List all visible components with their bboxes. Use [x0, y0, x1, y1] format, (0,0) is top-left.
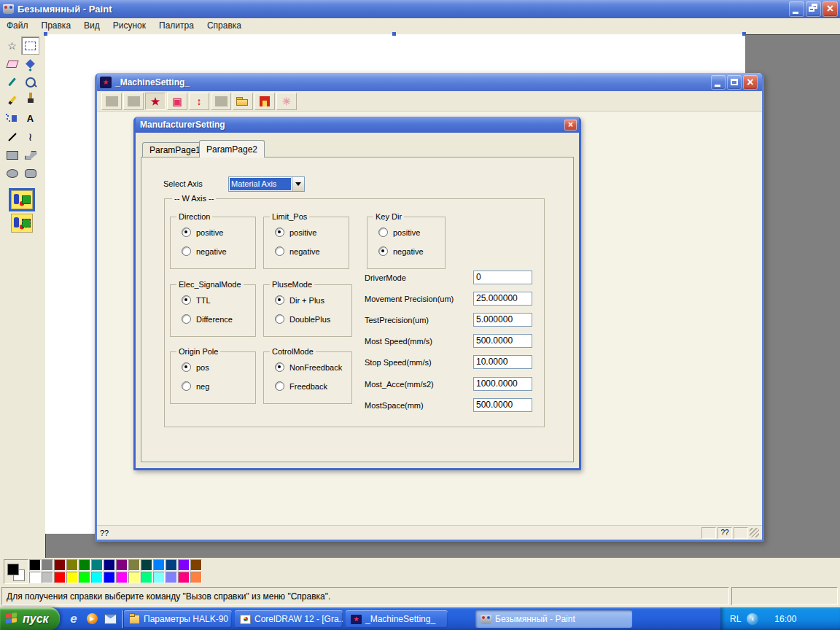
fill-tool[interactable]: [21, 55, 39, 73]
color-swatch[interactable]: [104, 559, 115, 571]
color-swatch[interactable]: [178, 559, 190, 571]
movement-precision-field[interactable]: 25.000000: [473, 292, 532, 306]
taskbar-button-paint[interactable]: Безымянный - Paint: [475, 610, 632, 628]
radio-neg[interactable]: [182, 381, 191, 391]
menu-palette[interactable]: Палитра: [152, 20, 201, 31]
ellipse-tool[interactable]: [3, 164, 21, 182]
mtoolbar-updown-button[interactable]: ↕: [189, 93, 209, 110]
curve-tool[interactable]: ≀: [21, 128, 39, 146]
color-swatch[interactable]: [54, 559, 66, 571]
airbrush-tool[interactable]: [3, 109, 21, 128]
combobox-dropdown-button[interactable]: [292, 177, 304, 191]
radio-difference[interactable]: [182, 314, 191, 324]
menu-edit[interactable]: Правка: [35, 20, 78, 31]
resize-grip[interactable]: [750, 528, 759, 537]
selection-handle[interactable]: [44, 32, 47, 36]
color-swatch[interactable]: [190, 572, 202, 583]
close-icon[interactable]: ×: [564, 120, 577, 131]
color-swatch[interactable]: [141, 572, 152, 583]
color-swatch[interactable]: [116, 559, 128, 571]
color-swatch[interactable]: [79, 559, 90, 571]
tab-parampage1[interactable]: ParamPage1: [142, 142, 208, 158]
color-swatch[interactable]: [141, 559, 152, 571]
color-swatch[interactable]: [29, 572, 41, 583]
color-swatch[interactable]: [79, 572, 90, 583]
color-swatch[interactable]: [104, 572, 115, 583]
internet-explorer-icon[interactable]: e: [67, 612, 80, 626]
start-button[interactable]: пуск: [0, 607, 60, 630]
mtoolbar-blank-3[interactable]: [211, 93, 231, 110]
color-swatch[interactable]: [66, 559, 78, 571]
menu-image[interactable]: Рисунок: [106, 20, 152, 31]
radio-freedback[interactable]: [275, 381, 284, 391]
radio-positive[interactable]: [275, 228, 284, 237]
text-tool[interactable]: A: [21, 109, 39, 128]
color-swatch[interactable]: [54, 572, 66, 583]
mtoolbar-save-button[interactable]: [254, 93, 275, 110]
magnifier-tool[interactable]: [21, 73, 39, 91]
color-swatch[interactable]: [91, 572, 103, 583]
drivermode-field[interactable]: 0: [473, 271, 532, 284]
tray-status-icon[interactable]: ‹: [747, 613, 758, 625]
color-swatch[interactable]: [29, 559, 41, 571]
outlook-express-icon[interactable]: [104, 612, 117, 626]
radio-doubleplus[interactable]: [275, 314, 284, 324]
media-player-icon[interactable]: ▶: [85, 612, 98, 626]
brush-tool[interactable]: [21, 91, 39, 109]
selection-handle[interactable]: [742, 32, 746, 36]
radio-positive[interactable]: [182, 228, 191, 237]
mtoolbar-open-button[interactable]: [233, 93, 253, 110]
eraser-tool[interactable]: [3, 55, 21, 73]
color-swatch[interactable]: [116, 572, 128, 583]
color-swatch[interactable]: [153, 559, 165, 571]
radio-ttl[interactable]: [182, 295, 191, 305]
selection-handle[interactable]: [392, 32, 396, 36]
clock[interactable]: 16:00: [774, 614, 796, 624]
radio-negative[interactable]: [378, 246, 388, 256]
menu-file[interactable]: Файл: [0, 20, 35, 31]
mtoolbar-burst-button[interactable]: ☀: [276, 93, 297, 110]
color-swatch[interactable]: [42, 559, 53, 571]
radio-pos[interactable]: [182, 362, 191, 372]
select-axis-combobox[interactable]: Material Axis: [228, 176, 305, 192]
color-swatch[interactable]: [190, 559, 202, 571]
language-indicator[interactable]: RL: [730, 614, 741, 624]
minimize-button[interactable]: [789, 1, 804, 17]
stop-speed-field[interactable]: 10.0000: [473, 355, 532, 369]
opaque-selection-option[interactable]: [9, 188, 35, 211]
rounded-rect-tool[interactable]: [21, 164, 39, 182]
tab-parampage2[interactable]: ParamPage2: [199, 140, 265, 158]
radio-negative[interactable]: [275, 246, 284, 256]
menu-help[interactable]: Справка: [201, 20, 248, 31]
most-acce-field[interactable]: 1000.0000: [473, 377, 532, 391]
color-swatch[interactable]: [166, 559, 177, 571]
mtoolbar-blank-2[interactable]: [123, 93, 144, 110]
mtoolbar-blank-1[interactable]: [101, 93, 122, 110]
most-speed-field[interactable]: 500.0000: [473, 334, 532, 348]
mtoolbar-star-button[interactable]: ★: [145, 93, 166, 110]
color-swatch[interactable]: [91, 559, 103, 571]
color-swatch[interactable]: [178, 572, 190, 583]
radio-positive[interactable]: [378, 228, 388, 237]
testprecision-field[interactable]: 5.000000: [473, 313, 532, 327]
color-swatch[interactable]: [66, 572, 78, 583]
color-swatch[interactable]: [128, 572, 140, 583]
rect-select-tool[interactable]: [21, 36, 39, 55]
color-swatch[interactable]: [166, 572, 177, 583]
color-swatch[interactable]: [42, 572, 53, 583]
mostspace-field[interactable]: 500.0000: [473, 398, 532, 412]
radio-nonfreedback[interactable]: [275, 362, 284, 372]
menu-view[interactable]: Вид: [77, 20, 106, 31]
maximize-button[interactable]: [727, 75, 742, 90]
restore-button[interactable]: [806, 1, 821, 17]
transparent-selection-option[interactable]: [9, 211, 35, 235]
radio-dir-plus[interactable]: [275, 295, 284, 305]
taskbar-button-machinesetting[interactable]: _MachineSetting_: [346, 610, 448, 628]
rectangle-tool[interactable]: [3, 146, 21, 164]
current-colors-indicator[interactable]: [4, 559, 28, 584]
close-button[interactable]: [822, 1, 838, 17]
color-swatch[interactable]: [128, 559, 140, 571]
polygon-tool[interactable]: [21, 146, 39, 164]
minimize-button[interactable]: [711, 75, 726, 90]
mtoolbar-monitor-button[interactable]: ▣: [167, 93, 187, 110]
